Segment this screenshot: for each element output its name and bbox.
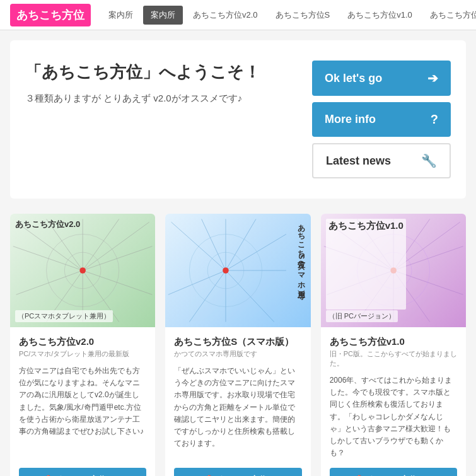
svg-point-27: [223, 267, 229, 274]
card-v2-desc: 方位マニアは自宅でも外出先でも方位が気になりますよね。そんなマニアの為に汎用版と…: [19, 365, 146, 459]
card-v1-button[interactable]: 📍 あちこち方位v1.0: [330, 468, 457, 476]
card-s-button[interactable]: 📍 あちこち方位S: [174, 468, 301, 476]
nav: 案内所 案内所 あちこち方位v2.0 あちこち方位S あちこち方位v1.0 あち…: [101, 6, 476, 25]
nav-item-v2[interactable]: あちこち方位v2.0: [185, 6, 265, 25]
card-v2-overlay-sub: （PCスマホタブレット兼用）: [15, 310, 113, 322]
svg-point-14: [79, 267, 86, 274]
card-v2-title: あちこち方位v2.0: [19, 336, 146, 348]
svg-line-4: [83, 222, 149, 270]
latest-news-button[interactable]: Latest news 🔧: [312, 143, 451, 178]
card-v1-desc: 2006年、すべてはこれから始まりました。今でも現役です。スマホ版と同じく住所検…: [330, 374, 457, 459]
header: あちこち方位 案内所 案内所 あちこち方位v2.0 あちこち方位S あちこち方位…: [0, 0, 476, 30]
hero-section: 「あちこち方位」へようこそ！ ３種類ありますが とりあえず v2.0がオススメで…: [10, 40, 466, 199]
card-v1-overlay-sub: （旧 PCバージョン）: [326, 310, 398, 322]
card-v1-image: あちこち方位v1.0 （旧 PCバージョン）: [321, 214, 466, 327]
card-v1: あちこち方位v1.0 （旧 PCバージョン） あちこち方位v1.0 旧・PC版。…: [321, 214, 466, 476]
card-s-image: あちこち方位S（スマホ専用）: [165, 214, 310, 327]
card-s-body: あちこち方位S（スマホ版） かつてのスマホ専用版です 「ぜんぶスマホでいいじゃん…: [165, 327, 310, 476]
nav-item-annai1[interactable]: 案内所: [101, 6, 141, 25]
map-s-svg: [165, 214, 310, 327]
arrow-right-icon: ➔: [427, 71, 438, 86]
card-v2: あちこち方位v2.0 （PCスマホタブレット兼用） あちこち方位v2.0 PC/…: [10, 214, 155, 476]
card-v2-subtitle: PC/スマホ/タブレット兼用の最新版: [19, 349, 146, 359]
svg-line-16: [202, 219, 226, 270]
question-icon: ?: [431, 112, 438, 127]
ok-lets-go-button[interactable]: Ok let's go ➔: [312, 61, 451, 96]
latest-news-label: Latest news: [326, 154, 391, 168]
card-s-title: あちこち方位S（スマホ版）: [174, 336, 301, 348]
svg-line-10: [16, 270, 83, 294]
nav-item-s[interactable]: あちこち方位S: [268, 6, 338, 25]
hero-text: 「あちこち方位」へようこそ！ ３種類ありますが とりあえず v2.0がオススメで…: [25, 61, 260, 106]
nav-item-v1[interactable]: あちこち方位v1.0: [340, 6, 420, 25]
card-v1-body: あちこち方位v1.0 旧・PC版。ここからすべてが始まりました。 2006年、す…: [321, 327, 466, 476]
cards-section: あちこち方位v2.0 （PCスマホタブレット兼用） あちこち方位v2.0 PC/…: [0, 209, 476, 476]
card-v2-button[interactable]: 📍 あちこち方位v2.0: [19, 468, 146, 476]
svg-line-6: [83, 270, 152, 294]
card-v2-body: あちこち方位v2.0 PC/スマホ/タブレット兼用の最新版 方位マニアは自宅でも…: [10, 327, 155, 476]
card-s-subtitle: かつてのスマホ専用版です: [174, 349, 301, 359]
hero-description: ３種類ありますが とりあえず v2.0がオススメです♪: [25, 91, 260, 106]
nav-item-annai2[interactable]: 案内所: [143, 6, 183, 25]
svg-line-21: [226, 270, 274, 322]
card-v1-subtitle: 旧・PC版。ここからすべてが始まりました。: [330, 349, 457, 368]
logo[interactable]: あちこち方位: [10, 4, 91, 26]
svg-line-11: [13, 247, 83, 270]
nav-item-news[interactable]: あちこち方位の最新情報: [422, 6, 476, 25]
more-info-button[interactable]: More info ?: [312, 102, 451, 137]
hero-heading: 「あちこち方位」へようこそ！: [25, 61, 260, 83]
svg-line-19: [226, 234, 286, 270]
card-v1-title: あちこち方位v1.0: [330, 336, 457, 348]
more-info-label: More info: [325, 113, 376, 126]
card-s-desc: 「ぜんぶスマホでいいじゃん」という今どきの方位マニアに向けたスマホ専用版です。お…: [174, 365, 301, 459]
card-v1-overlay-title: あちこち方位v1.0: [326, 219, 406, 310]
wrench-icon: 🔧: [421, 153, 437, 168]
svg-line-3: [83, 219, 119, 270]
ok-lets-go-label: Ok let's go: [325, 72, 382, 85]
card-v2-image: あちこち方位v2.0 （PCスマホタブレット兼用）: [10, 214, 155, 327]
svg-line-5: [83, 247, 152, 270]
hero-buttons: Ok let's go ➔ More info ? Latest news 🔧: [312, 61, 451, 178]
cards-grid: あちこち方位v2.0 （PCスマホタブレット兼用） あちこち方位v2.0 PC/…: [10, 214, 466, 476]
card-s-side-text: あちこち方位S（スマホ専用）: [296, 219, 306, 286]
card-v2-overlay-title: あちこち方位v2.0: [15, 219, 80, 230]
card-s: あちこち方位S（スマホ専用） あちこち方位S（スマホ版） かつてのスマホ専用版で…: [165, 214, 310, 476]
